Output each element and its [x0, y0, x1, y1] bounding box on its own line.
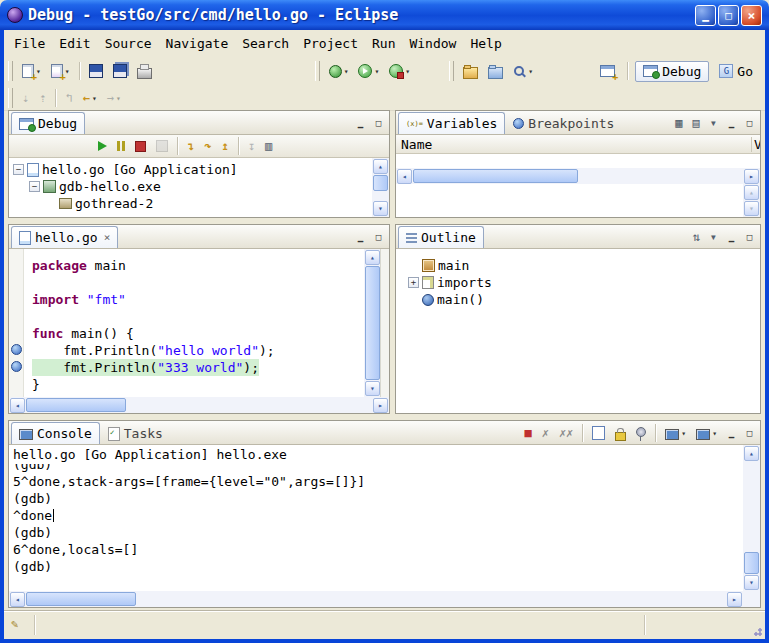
open-console-button[interactable]: ▾	[692, 424, 721, 443]
search-button[interactable]: ▾	[509, 62, 537, 81]
window-border[interactable]	[765, 30, 769, 643]
view-menu-button[interactable]: ▾	[706, 228, 721, 246]
maximize-view-button[interactable]: □	[370, 115, 387, 131]
minimize-view-button[interactable]: ▁	[352, 229, 369, 245]
editor-overview-ruler[interactable]	[380, 249, 389, 397]
step-into-button[interactable]: ↴	[183, 137, 198, 155]
editor-marker-ruler[interactable]	[9, 249, 24, 397]
dropdown-arrow-icon[interactable]: ▾	[92, 94, 97, 103]
show-type-names-button[interactable]: ▦	[671, 114, 686, 132]
drop-to-frame-button[interactable]: ↧	[244, 137, 259, 155]
step-over-button[interactable]: ↷	[200, 137, 215, 155]
clear-console-button[interactable]	[588, 423, 609, 443]
menu-file[interactable]: File	[8, 34, 51, 53]
menu-run[interactable]: Run	[366, 34, 401, 53]
dropdown-arrow-icon[interactable]: ▾	[116, 94, 121, 103]
forward-button[interactable]: →▾	[103, 89, 125, 107]
step-return-button[interactable]: ↥	[217, 137, 232, 155]
dropdown-arrow-icon[interactable]: ▾	[681, 429, 686, 438]
titlebar[interactable]: Debug - testGo/src/cmd/hello.go - Eclips…	[0, 0, 769, 30]
perspective-debug[interactable]: Debug	[635, 61, 709, 82]
close-button[interactable]: ×	[741, 5, 762, 26]
minimize-view-button[interactable]: ▁	[352, 115, 369, 131]
save-all-button[interactable]	[109, 61, 131, 81]
dropdown-arrow-icon[interactable]: ▾	[405, 67, 410, 76]
tab-tasks[interactable]: Tasks	[100, 422, 171, 444]
window-border[interactable]	[0, 30, 4, 643]
step-filters-button[interactable]: ▥	[261, 137, 276, 155]
dropdown-arrow-icon[interactable]: ▾	[374, 67, 379, 76]
back-button[interactable]: ←▾	[79, 89, 101, 107]
scroll-up-icon[interactable]: ▴	[744, 185, 759, 200]
minimize-view-button[interactable]: ▁	[723, 115, 740, 131]
debug-tree-item[interactable]: gothread-2	[11, 195, 372, 212]
scroll-left-icon[interactable]: ◂	[10, 398, 25, 413]
maximize-button[interactable]: □	[718, 5, 739, 26]
pin-console-button[interactable]	[632, 427, 650, 440]
toolbar-grip[interactable]	[315, 61, 320, 81]
remove-launch-button[interactable]: ✗	[538, 424, 553, 442]
minimize-view-button[interactable]: ▁	[723, 425, 740, 441]
menu-help[interactable]: Help	[464, 34, 507, 53]
open-resource-button[interactable]	[484, 61, 507, 82]
breakpoint-marker-icon[interactable]	[11, 344, 22, 355]
scroll-down-icon[interactable]: ▾	[744, 201, 759, 216]
code-line[interactable]	[32, 308, 363, 325]
tab-variables[interactable]: (x)=Variables	[398, 112, 505, 134]
resize-grip[interactable]	[750, 624, 763, 637]
scroll-up-icon[interactable]: ▴	[373, 159, 388, 174]
scroll-right-icon[interactable]: ▸	[727, 592, 742, 607]
print-button[interactable]	[133, 61, 156, 82]
suspend-button[interactable]	[113, 138, 129, 154]
menu-project[interactable]: Project	[297, 34, 364, 53]
plus-expander-icon[interactable]: +	[408, 277, 419, 288]
previous-annotation-button[interactable]: ⇡	[35, 89, 50, 107]
maximize-view-button[interactable]: □	[741, 425, 758, 441]
terminate-button[interactable]	[131, 138, 150, 155]
minimize-button[interactable]: ▁	[695, 5, 716, 26]
resume-button[interactable]	[94, 138, 111, 154]
code-line[interactable]: package main	[32, 257, 363, 274]
dropdown-arrow-icon[interactable]: ▾	[528, 67, 533, 76]
code-line[interactable]: fmt.Println("hello world");	[32, 342, 363, 359]
debug-tree-item[interactable]: −gdb-hello.exe	[11, 178, 372, 195]
menu-search[interactable]: Search	[236, 34, 295, 53]
scroll-left-icon[interactable]: ◂	[10, 592, 25, 607]
minimize-view-button[interactable]: ▁	[723, 229, 740, 245]
minus-expander-icon[interactable]: −	[13, 164, 24, 175]
sort-button[interactable]: ⇅	[689, 228, 704, 246]
new-button[interactable]: ▾	[18, 61, 45, 81]
scroll-down-icon[interactable]: ▾	[373, 201, 388, 216]
editor-horizontal-scrollbar[interactable]: ◂ ▸	[9, 397, 389, 413]
tab-console[interactable]: Console	[11, 422, 100, 444]
console-output[interactable]: (gdb)5^done,stack-args=[frame={level="0"…	[9, 464, 743, 591]
code-line[interactable]: func main() {	[32, 325, 363, 342]
debug-tree-item[interactable]: −hello.go [Go Application]	[11, 161, 372, 178]
remove-all-launches-button[interactable]: ✗✗	[555, 424, 577, 442]
menu-edit[interactable]: Edit	[53, 34, 96, 53]
editor-vertical-scrollbar[interactable]: ▴ ▾	[364, 249, 381, 397]
disconnect-button[interactable]	[152, 137, 172, 155]
last-edit-location-button[interactable]: ↰	[61, 89, 76, 107]
tab-debug[interactable]: Debug	[11, 112, 85, 134]
view-menu-button[interactable]: ▾	[706, 114, 721, 132]
outline-item[interactable]: +imports	[406, 274, 760, 291]
window-border[interactable]	[0, 639, 769, 643]
fast-view-icon[interactable]: ✎	[11, 617, 18, 631]
menu-navigate[interactable]: Navigate	[160, 34, 235, 53]
tab-hello-go[interactable]: hello.go×	[11, 226, 118, 248]
close-tab-icon[interactable]: ×	[104, 231, 111, 244]
scroll-up-icon[interactable]: ▴	[365, 250, 380, 265]
maximize-view-button[interactable]: □	[741, 115, 758, 131]
scroll-up-icon[interactable]: ▴	[744, 446, 759, 461]
next-annotation-button[interactable]: ⇣	[18, 89, 33, 107]
breakpoint-marker-icon[interactable]	[11, 361, 22, 372]
code-area[interactable]: package mainimport "fmt"func main() { fm…	[32, 257, 363, 393]
toolbar-grip[interactable]	[8, 61, 13, 81]
new-folder-button[interactable]	[459, 61, 482, 82]
maximize-view-button[interactable]: □	[370, 229, 387, 245]
open-perspective-button[interactable]	[596, 62, 619, 80]
toolbar-grip[interactable]	[449, 61, 454, 81]
scroll-right-icon[interactable]: ▸	[373, 398, 388, 413]
toolbar-grip[interactable]	[8, 88, 13, 108]
